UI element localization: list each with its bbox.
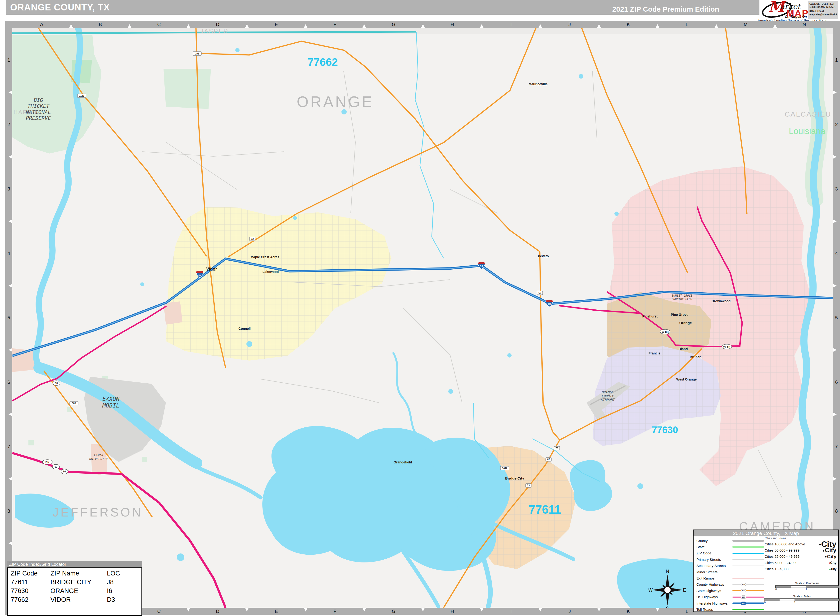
- svg-text:90-BR: 90-BR: [662, 330, 669, 333]
- map-label-brownwood: Brownwood: [712, 299, 730, 303]
- legend-swatch: [732, 550, 764, 556]
- scale-tick: 1: [806, 588, 807, 591]
- legend-line-sample: [732, 546, 764, 548]
- legend-row: County Highways123: [696, 581, 764, 588]
- grid-col-label: G: [364, 21, 423, 28]
- legend-city-sample: City: [823, 547, 836, 554]
- city-dot-icon: [823, 550, 824, 551]
- legend-row: US Highways123: [696, 594, 764, 600]
- scale-segment: [775, 586, 791, 588]
- grid-col-label: C: [130, 21, 188, 28]
- grid-col-label: K: [599, 608, 658, 615]
- compass-e: E: [683, 587, 686, 593]
- legend-line-sample: [732, 584, 764, 585]
- shield-us-90: 90: [53, 381, 60, 386]
- header-bar: ORANGE COUNTY, TX 2021 ZIP Code Premium …: [6, 0, 759, 15]
- legend-city-label: Cities 5,000 - 24,999: [765, 561, 797, 565]
- svg-text:10: 10: [548, 302, 551, 305]
- grid-row-label: 1: [5, 28, 12, 92]
- svg-text:1442: 1442: [502, 467, 507, 469]
- map-sheet: ORANGE COUNTY, TX 2021 ZIP Code Premium …: [0, 0, 840, 616]
- scale-label: Scale in Kilometers: [775, 582, 839, 585]
- grid-col-label: I: [482, 21, 541, 28]
- legend-city-row: Cities 1 - 4,999City: [765, 566, 836, 572]
- scale-label: Scale in Miles: [764, 595, 840, 598]
- grid-row-label: 3: [833, 157, 840, 221]
- grid-col-label: E: [247, 21, 306, 28]
- map-label-francis: Francis: [648, 351, 660, 355]
- edition-label: 2021 ZIP Code Premium Edition: [612, 5, 719, 13]
- city-dot-icon: [819, 544, 821, 546]
- cell-zip-code: 77611: [11, 579, 50, 586]
- legend-swatch: 123: [732, 594, 764, 600]
- scale-ticks: 01: [764, 601, 840, 604]
- grid-row-label: 7: [833, 414, 840, 479]
- map-label-connell: Connell: [238, 327, 251, 330]
- legend-city-label: Cities 100,000 and Above: [765, 542, 805, 546]
- legend-shield-icon: 123: [741, 602, 746, 605]
- shield-state-1131: 1131: [78, 94, 86, 98]
- legend-city-row: Cities 100,000 and AboveCity: [765, 541, 836, 547]
- cell-loc: I6: [107, 587, 133, 595]
- legend-line-items: CountyStateZIP CodePrimary StreetsSecond…: [696, 538, 764, 613]
- svg-text:87: 87: [547, 458, 550, 461]
- zip-index-header-row: ZIP Code ZIP Name LOC: [11, 569, 141, 578]
- legend-swatch: 123: [732, 581, 764, 588]
- svg-text:96: 96: [63, 470, 66, 473]
- legend-row: County: [696, 538, 764, 544]
- grid-col-label: B: [71, 21, 130, 28]
- map-label-pinehurst: Pinehurst: [642, 314, 658, 318]
- page-title: ORANGE COUNTY, TX: [10, 2, 110, 13]
- map-label-west-orange: West Orange: [676, 377, 696, 381]
- legend-line-sample: [732, 566, 764, 566]
- table-row: 77630ORANGEI6: [11, 587, 141, 595]
- legend-line-sample: [732, 609, 764, 610]
- map-label-jasper: JASPER: [200, 28, 229, 35]
- compass-w: W: [648, 587, 653, 593]
- map-label-mauriceville: Mauriceville: [529, 82, 548, 86]
- shield-us-69: 69: [52, 464, 60, 469]
- shield-state-380: 380: [70, 401, 78, 405]
- grid-col-label: I: [482, 608, 541, 615]
- grid-col-label: G: [364, 608, 423, 615]
- col-zip-code: ZIP Code: [11, 570, 50, 577]
- legend-shield-icon: 123: [741, 595, 746, 598]
- zip-index-panel: ZIP Code Index/Grid Locator ZIP Code ZIP…: [7, 561, 142, 616]
- legend-item-label: Interstate Highways: [696, 601, 732, 605]
- legend-swatch: [732, 544, 764, 550]
- grid-row-label: 6: [5, 350, 12, 414]
- scale-segment: [780, 599, 795, 601]
- legend-swatch: 123: [732, 588, 764, 594]
- grid-row-label: 8: [5, 479, 12, 543]
- legend-shield-icon: 123: [741, 589, 746, 592]
- table-row: 77662VIDORD3: [11, 595, 141, 604]
- shield-us-96: 96: [61, 469, 68, 474]
- shield-state-1442: 1442: [500, 466, 509, 470]
- legend-cities: Cities and Towns Cities 100,000 and Abov…: [765, 537, 836, 572]
- legend-row: Interstate Highways123: [696, 600, 764, 606]
- legend-row: State: [696, 544, 764, 550]
- scale-bar-kilometers: Scale in Kilometers01: [775, 582, 839, 591]
- legend-line-sample: [732, 572, 764, 572]
- grid-col-label: K: [599, 21, 658, 28]
- map-canvas[interactable]: 10101090287699690-BR90-BR105113112628773…: [12, 28, 834, 608]
- legend-item-label: Primary Streets: [696, 557, 732, 562]
- contact-line: mapsales@MarketMAPS.com: [809, 13, 837, 16]
- grid-rows-left: 123456789: [5, 28, 12, 608]
- contact-line: 1-888-434-MAPS (6277): [809, 6, 837, 9]
- map-label-peveto: Peveto: [538, 254, 549, 258]
- map-label-bland: Bland: [679, 347, 688, 351]
- legend-line-sample: [732, 540, 764, 541]
- svg-text:1131: 1131: [79, 95, 84, 97]
- grid-col-label: L: [658, 21, 716, 28]
- grid-row-label: 3: [5, 157, 12, 221]
- map-label-zip-77662: 77662: [308, 56, 338, 68]
- legend-city-row: Cities 5,000 - 24,999City: [765, 560, 836, 566]
- map-label-exxon-mobil: EXXONMOBIL: [102, 396, 120, 409]
- contact-line: EMAIL US AT:: [809, 10, 837, 13]
- scale-ticks: 01: [775, 588, 839, 591]
- grid-corner: [5, 21, 12, 28]
- grid-col-label: H: [423, 608, 482, 615]
- legend-row: Exit Ramps: [696, 575, 764, 581]
- map-label-jefferson: JEFFERSON: [52, 505, 143, 519]
